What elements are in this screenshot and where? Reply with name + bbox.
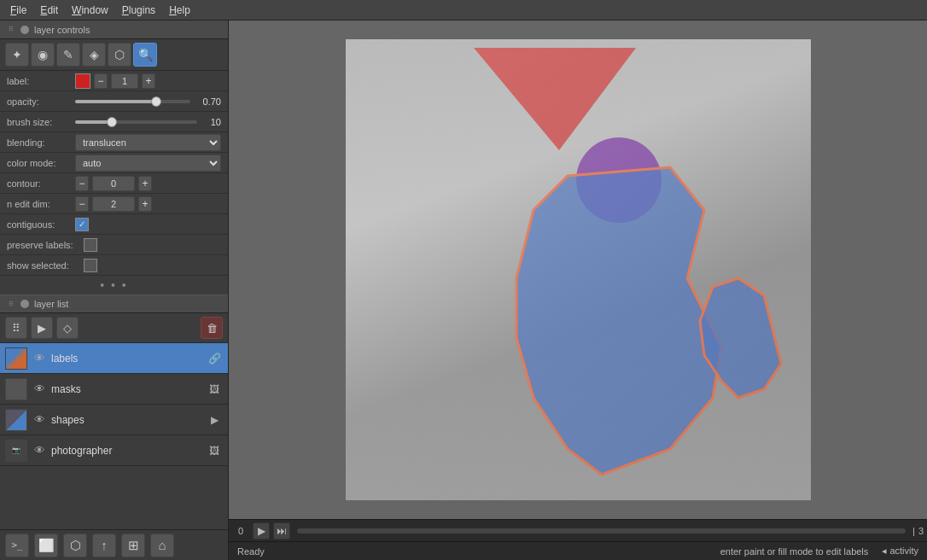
canvas-area: 0 ▶ ⏭ | 3 Ready enter paint or fill mode…	[229, 20, 927, 560]
layer-icon-shapes: ▶	[206, 411, 223, 429]
color-mode-label: color mode:	[7, 158, 75, 168]
preserve-labels-value	[84, 238, 221, 252]
prop-blending-row: blending: translucen opaque additive	[0, 132, 228, 153]
layer-controls-body: ✦ ◉ ✎ ◈ ⬡ 🔍 label: − + opacity:	[0, 39, 228, 295]
square-btn[interactable]: ⬜	[34, 534, 58, 557]
prop-contiguous-row: contiguous: ✓	[0, 214, 228, 235]
layer-list: 👁 labels 🔗 👁 masks 🖼 👁 shapes ▶	[0, 343, 228, 529]
status-activity: ◂ activity	[882, 545, 918, 557]
grip-icon: ⠿	[5, 24, 17, 36]
show-selected-label: show selected:	[7, 260, 84, 271]
layer-eye-shapes[interactable]: 👁	[31, 411, 48, 429]
preserve-labels-checkbox[interactable]	[84, 238, 97, 252]
n-edit-dim-increase-btn[interactable]: +	[138, 196, 152, 212]
layer-name-masks: masks	[51, 383, 202, 395]
contour-number-input[interactable]	[92, 176, 135, 191]
home-btn[interactable]: ⌂	[150, 534, 174, 557]
status-ready: Ready	[237, 546, 265, 557]
layer-name-shapes: shapes	[51, 414, 202, 426]
export-btn[interactable]: ↑	[92, 534, 116, 557]
opacity-number: 0.70	[194, 96, 221, 107]
layer-item-masks[interactable]: 👁 masks 🖼	[0, 374, 228, 405]
add-points-btn[interactable]: ⠿	[5, 317, 27, 339]
timeline-progress[interactable]	[297, 528, 906, 534]
tool-edit[interactable]: ✎	[56, 43, 80, 67]
canvas-container[interactable]	[229, 20, 927, 519]
timeline-play-btn[interactable]: ▶	[253, 522, 270, 540]
contour-decrease-btn[interactable]: −	[75, 176, 89, 191]
layer-list-title: layer list	[34, 299, 68, 309]
section-dot	[20, 26, 29, 34]
cube-btn[interactable]: ⬡	[63, 534, 87, 557]
tool-icons-row: ✦ ◉ ✎ ◈ ⬡ 🔍	[0, 39, 228, 71]
layer-item-photographer[interactable]: 📷 👁 photographer 🖼	[0, 435, 228, 466]
n-edit-dim-label: n edit dim:	[7, 199, 75, 209]
preserve-labels-label: preserve labels:	[7, 240, 84, 250]
show-selected-value	[84, 259, 221, 272]
tool-search[interactable]: 🔍	[133, 43, 157, 67]
add-labels-btn[interactable]: ◇	[56, 317, 79, 339]
menu-file[interactable]: File	[3, 3, 33, 18]
label-decrease-btn[interactable]: −	[94, 73, 108, 89]
layer-eye-photographer[interactable]: 👁	[31, 442, 48, 459]
timeline-right: | 3	[912, 526, 924, 536]
statusbar-right: enter paint or fill mode to edit labels …	[720, 545, 918, 557]
brush-size-label: brush size:	[7, 117, 75, 127]
prop-brush-size-row: brush size: 10	[0, 112, 228, 132]
more-button[interactable]: • • •	[0, 276, 228, 295]
tool-erase[interactable]: ◈	[82, 43, 106, 67]
layer-icon-photographer: 🖼	[206, 442, 223, 459]
contiguous-checkbox[interactable]: ✓	[75, 218, 89, 231]
statusbar: Ready enter paint or fill mode to edit l…	[229, 541, 927, 560]
layer-eye-labels[interactable]: 👁	[31, 350, 48, 367]
label-value: − +	[75, 73, 221, 89]
prop-show-selected-row: show selected:	[0, 255, 228, 276]
menu-plugins[interactable]: Plugins	[115, 3, 162, 18]
layer-eye-masks[interactable]: 👁	[31, 381, 48, 398]
layer-toolbar: ⠿ ▶ ◇ 🗑	[0, 313, 228, 343]
brush-size-slider[interactable]	[75, 120, 197, 124]
grid-btn[interactable]: ⊞	[121, 534, 145, 557]
menu-help[interactable]: Help	[162, 3, 197, 18]
contour-label: contour:	[7, 178, 75, 189]
layer-name-photographer: photographer	[51, 445, 202, 457]
timeline-separator: |	[912, 526, 915, 536]
timeline-bar: 0 ▶ ⏭ | 3	[229, 519, 927, 541]
layer-item-labels[interactable]: 👁 labels 🔗	[0, 343, 228, 374]
brush-size-number: 10	[201, 117, 221, 127]
layer-item-shapes[interactable]: 👁 shapes ▶	[0, 405, 228, 435]
opacity-slider[interactable]	[75, 100, 190, 103]
tool-transform[interactable]: ✦	[5, 43, 29, 67]
left-panel: ⠿ layer controls ✦ ◉ ✎ ◈ ⬡ 🔍 label: −	[0, 20, 229, 560]
terminal-btn[interactable]: >_	[5, 534, 29, 557]
n-edit-dim-decrease-btn[interactable]: −	[75, 196, 89, 212]
label-color-swatch[interactable]	[75, 73, 90, 89]
menu-window[interactable]: Window	[65, 3, 115, 18]
opacity-label: opacity:	[7, 96, 75, 107]
show-selected-checkbox[interactable]	[84, 259, 97, 272]
label-increase-btn[interactable]: +	[142, 73, 155, 89]
layer-thumb-masks	[5, 378, 27, 400]
color-mode-dropdown[interactable]: auto direct cycle	[75, 155, 221, 172]
layer-list-section: ⠿ layer list ⠿ ▶ ◇ 🗑 👁 labels 🔗	[0, 295, 228, 529]
n-edit-dim-value: − +	[75, 196, 221, 212]
tool-polygon[interactable]: ⬡	[108, 43, 131, 67]
label-number-input[interactable]	[111, 73, 138, 89]
layer-controls-header: ⠿ layer controls	[0, 20, 228, 39]
delete-layer-btn[interactable]: 🗑	[201, 317, 223, 339]
contiguous-value: ✓	[75, 218, 221, 231]
grip-icon2: ⠿	[5, 298, 17, 310]
label-label: label:	[7, 76, 75, 86]
tool-paint[interactable]: ◉	[31, 43, 55, 67]
blending-dropdown[interactable]: translucen opaque additive	[75, 134, 221, 151]
layer-list-header: ⠿ layer list	[0, 295, 228, 313]
brush-size-value: 10	[75, 117, 221, 127]
menu-edit[interactable]: Edit	[33, 3, 65, 18]
layer-link-labels: 🔗	[206, 350, 223, 367]
layer-thumb-labels	[5, 347, 27, 370]
contour-value: − +	[75, 176, 221, 191]
contour-increase-btn[interactable]: +	[138, 176, 152, 191]
timeline-end-btn[interactable]: ⏭	[273, 522, 290, 540]
add-shapes-btn[interactable]: ▶	[31, 317, 53, 339]
n-edit-dim-number-input[interactable]	[92, 196, 135, 212]
